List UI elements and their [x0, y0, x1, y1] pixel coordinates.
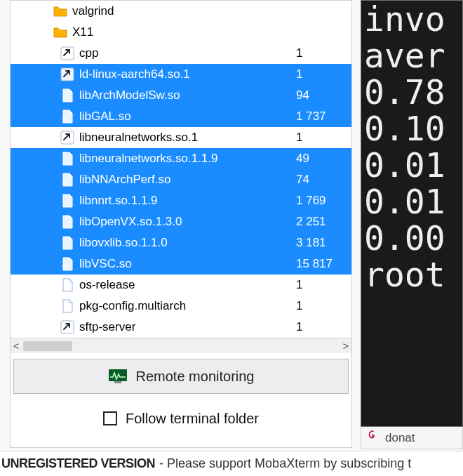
remote-monitoring-label: Remote monitoring [136, 369, 255, 385]
file-size: 2 251 [292, 215, 351, 229]
file-row[interactable]: ld-linux-aarch64.so.11 [11, 64, 351, 85]
terminal-output[interactable]: invoaver0.780.100.010.010.00root [361, 0, 463, 427]
file-icon [60, 277, 75, 293]
file-size: 1 [292, 278, 351, 292]
file-size: 1 [292, 299, 351, 313]
terminal-line: invo [364, 1, 462, 37]
unregistered-banner: UNREGISTERED VERSION - Please support Mo… [0, 451, 463, 476]
file-name: ld-linux-aarch64.so.1 [79, 67, 292, 81]
file-name: cpp [79, 46, 292, 60]
banner-rest: - Please support MobaXterm by subscribin… [159, 456, 411, 471]
file-icon [60, 235, 75, 251]
file-gear-icon [60, 88, 75, 103]
file-row[interactable]: cpp1 [11, 43, 351, 64]
folder-row[interactable]: valgrind [11, 1, 351, 22]
file-list[interactable]: valgrindX11cpp1ld-linux-aarch64.so.11lib… [11, 1, 351, 338]
terminal-line: root [364, 256, 462, 293]
file-name: libOpenVX.so.1.3.0 [79, 215, 292, 229]
file-name: pkg-config.multiarch [79, 299, 292, 313]
terminal-line: 0.01 [364, 183, 462, 220]
file-size: 1 769 [292, 194, 351, 208]
file-name: libneuralnetworks.so.1 [79, 131, 292, 145]
sftp-panel: valgrindX11cpp1ld-linux-aarch64.so.11lib… [10, 0, 352, 448]
file-icon [60, 214, 75, 230]
terminal-line: 0.10 [364, 110, 462, 147]
file-size: 94 [292, 88, 351, 103]
terminal-line: aver [364, 37, 462, 74]
terminal-line: 0.78 [364, 74, 462, 110]
file-name: X11 [72, 25, 292, 39]
file-name: libneuralnetworks.so.1.1.9 [79, 152, 292, 166]
file-name: valgrind [72, 4, 292, 18]
file-row[interactable]: libOpenVX.so.1.3.02 251 [11, 211, 351, 232]
shortcut-icon [60, 46, 75, 61]
svg-point-10 [65, 265, 66, 267]
scroll-thumb[interactable] [23, 341, 72, 351]
file-size: 49 [292, 152, 351, 166]
file-icon [60, 151, 75, 166]
file-size: 1 [292, 320, 351, 334]
monitor-icon [108, 369, 128, 384]
shortcut-icon [60, 67, 75, 82]
file-row[interactable]: pkg-config.multiarch1 [11, 296, 351, 317]
svg-rect-13 [114, 381, 121, 383]
svg-point-5 [65, 118, 66, 119]
terminal-footer[interactable]: donat [361, 427, 463, 449]
horizontal-scrollbar[interactable]: < > [11, 338, 351, 353]
follow-terminal-row[interactable]: Follow terminal folder [11, 404, 351, 432]
follow-terminal-checkbox[interactable] [103, 411, 117, 425]
file-name: os-release [79, 278, 292, 292]
terminal-line: 0.00 [364, 220, 462, 256]
svg-rect-11 [61, 321, 74, 333]
file-name: libVSC.so [79, 257, 292, 271]
svg-rect-0 [61, 47, 74, 60]
file-row[interactable]: libneuralnetworks.so.1.1.949 [11, 148, 351, 169]
remote-monitoring-button[interactable]: Remote monitoring [13, 359, 349, 394]
folder-row[interactable]: X11 [11, 22, 351, 43]
file-size: 3 181 [292, 236, 351, 250]
terminal-line: 0.01 [364, 147, 462, 183]
file-name: libNNArchPerf.so [79, 173, 292, 187]
file-name: sftp-server [79, 320, 292, 334]
file-row[interactable]: libNNArchPerf.so74 [11, 169, 351, 190]
file-name: libnnrt.so.1.1.9 [79, 194, 292, 208]
file-gear-icon [60, 109, 75, 124]
file-gear-icon [60, 172, 75, 187]
file-size: 1 [292, 46, 351, 60]
svg-rect-1 [61, 68, 74, 81]
file-gear-icon [60, 256, 75, 272]
shortcut-icon [60, 130, 75, 145]
svg-point-8 [65, 181, 66, 183]
file-size: 74 [292, 173, 351, 187]
file-row[interactable]: os-release1 [11, 275, 351, 296]
shortcut-icon [60, 319, 75, 335]
scroll-left-icon[interactable]: < [13, 341, 19, 352]
file-size: 15 817 [292, 257, 351, 271]
svg-rect-6 [61, 131, 74, 144]
file-row[interactable]: sftp-server1 [11, 317, 351, 338]
svg-point-3 [65, 97, 66, 98]
folder-icon [53, 4, 68, 19]
file-row[interactable]: libGAL.so1 737 [11, 106, 351, 127]
file-name: libovxlib.so.1.1.0 [79, 236, 292, 250]
folder-icon [53, 25, 68, 40]
file-size: 1 [292, 67, 351, 81]
follow-terminal-label: Follow terminal folder [126, 411, 259, 427]
file-row[interactable]: libVSC.so15 817 [11, 253, 351, 275]
scroll-right-icon[interactable]: > [343, 341, 349, 352]
banner-bold: UNREGISTERED VERSION [1, 456, 155, 471]
file-size: 1 737 [292, 110, 351, 124]
file-row[interactable]: libnnrt.so.1.1.91 769 [11, 190, 351, 211]
file-icon [60, 193, 75, 209]
file-icon [60, 298, 75, 314]
file-name: libGAL.so [79, 110, 292, 124]
file-row[interactable]: libneuralnetworks.so.11 [11, 127, 351, 148]
file-row[interactable]: libovxlib.so.1.1.03 181 [11, 232, 351, 253]
debian-swirl-icon [367, 430, 380, 446]
file-size: 1 [292, 131, 351, 145]
scroll-track[interactable] [23, 341, 339, 351]
footer-label: donat [385, 431, 415, 445]
file-row[interactable]: libArchModelSw.so94 [11, 85, 351, 106]
file-name: libArchModelSw.so [79, 88, 292, 103]
